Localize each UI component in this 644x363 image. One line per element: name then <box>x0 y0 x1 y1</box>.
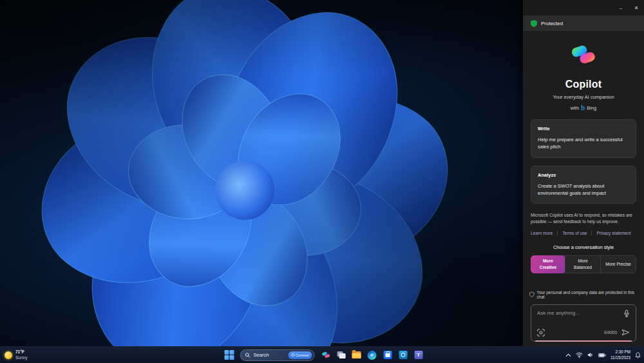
send-icon[interactable] <box>621 329 630 336</box>
chevron-up-icon <box>565 353 571 358</box>
weather-widget[interactable]: 71°F Sunny <box>5 349 27 360</box>
microsoft-store-icon <box>383 351 392 359</box>
battery-button[interactable] <box>598 353 606 358</box>
microphone-icon[interactable] <box>623 309 630 317</box>
minimize-icon[interactable]: – <box>613 0 629 15</box>
panel-titlebar: – ✕ <box>523 0 644 15</box>
ai-disclaimer: Microsoft Copilot uses AI to respond, so… <box>531 212 636 226</box>
taskbar-app-microsoft-store[interactable] <box>383 350 393 360</box>
close-icon[interactable]: ✕ <box>629 0 644 15</box>
learn-more-link[interactable]: Learn more <box>531 231 553 235</box>
char-counter: 0/4000 <box>604 330 617 335</box>
privacy-statement-link[interactable]: Privacy statement <box>596 231 630 235</box>
data-protection-text: Your personal and company data are prote… <box>537 290 638 299</box>
suggestion-card-analyze[interactable]: Analyze Create a SWOT analysis about env… <box>531 166 636 204</box>
tray-overflow-button[interactable] <box>565 353 571 358</box>
taskbar-app-task-view[interactable] <box>336 350 346 360</box>
with-bing-row: with b Bing <box>523 104 644 112</box>
suggestion-card-write[interactable]: Write Help me prepare and write a succes… <box>531 119 636 158</box>
bell-icon <box>635 352 641 358</box>
style-more-balanced[interactable]: More Balanced <box>565 256 600 273</box>
copilot-hero: Copilot Your everyday AI companion with … <box>523 31 644 112</box>
task-view-icon <box>337 351 345 358</box>
tray-date: 11/15/2023 <box>611 355 630 360</box>
outlook-icon <box>399 351 407 359</box>
taskbar-app-outlook[interactable] <box>398 350 408 360</box>
taskbar-app-teams[interactable]: T <box>413 350 424 360</box>
taskbar-app-file-explorer[interactable] <box>352 350 362 360</box>
bing-label: Bing <box>587 105 596 111</box>
legal-links-row: Learn more Terms of use Privacy statemen… <box>531 231 636 235</box>
protected-shield-icon <box>531 20 537 27</box>
wifi-icon <box>576 352 583 358</box>
with-label: with <box>571 105 579 111</box>
search-placeholder: Search <box>254 352 285 358</box>
card-title: Analyze <box>538 172 629 178</box>
copilot-panel: – ✕ Protected <box>523 0 644 346</box>
style-more-creative[interactable]: More Creative <box>531 255 565 273</box>
protected-label: Protected <box>541 21 563 26</box>
ask-input[interactable] <box>537 310 623 316</box>
taskbar: 71°F Sunny Search Contoso <box>0 346 644 363</box>
notifications-button[interactable] <box>635 352 641 358</box>
volume-icon <box>587 352 594 358</box>
search-badge[interactable]: Contoso <box>288 351 312 359</box>
bing-logo-icon: b <box>581 104 585 112</box>
weather-temperature: 71°F <box>15 349 27 355</box>
card-text: Help me prepare and write a successful s… <box>538 136 629 151</box>
copilot-title: Copilot <box>523 79 644 90</box>
copilot-logo-icon <box>569 40 598 70</box>
search-icon <box>245 353 251 358</box>
clock[interactable]: 2:30 PM 11/15/2023 <box>611 349 630 360</box>
taskbar-search-box[interactable]: Search Contoso <box>240 349 315 361</box>
copilot-icon <box>321 350 330 360</box>
card-text: Create a SWOT analysis about environment… <box>538 182 629 197</box>
badge-label: Contoso <box>296 353 309 357</box>
taskbar-app-copilot[interactable] <box>321 350 331 360</box>
volume-button[interactable] <box>587 352 594 358</box>
chat-input-box[interactable]: 0/4000 <box>531 304 636 342</box>
protected-status-bar: Protected <box>523 15 644 31</box>
file-explorer-icon <box>352 351 361 358</box>
copilot-subtitle: Your everyday AI companion <box>523 94 644 100</box>
terms-of-use-link[interactable]: Terms of use <box>562 231 587 235</box>
weather-condition: Sunny <box>15 355 27 360</box>
teams-icon: T <box>414 351 422 359</box>
visual-search-icon[interactable] <box>537 329 545 337</box>
network-button[interactable] <box>576 352 583 358</box>
tray-time: 2:30 PM <box>616 349 630 355</box>
start-button[interactable] <box>225 350 234 360</box>
link-divider <box>557 231 558 235</box>
pinned-apps: T <box>321 350 424 360</box>
system-tray: 2:30 PM 11/15/2023 <box>565 349 641 360</box>
windows-logo-icon <box>225 350 229 355</box>
badge-icon <box>291 353 294 357</box>
card-title: Write <box>538 126 629 132</box>
sun-icon <box>5 351 12 359</box>
conversation-style-selector: More Creative More Balanced More Precise <box>531 255 636 273</box>
taskbar-app-edge[interactable] <box>367 350 377 360</box>
shield-outline-icon <box>529 291 535 297</box>
edge-icon <box>368 351 377 360</box>
style-more-precise[interactable]: More Precise <box>600 256 636 273</box>
link-divider <box>591 231 592 235</box>
data-protection-note: Your personal and company data are prote… <box>529 290 638 299</box>
battery-icon <box>598 353 606 358</box>
conversation-style-title: Choose a conversation style <box>523 244 644 250</box>
